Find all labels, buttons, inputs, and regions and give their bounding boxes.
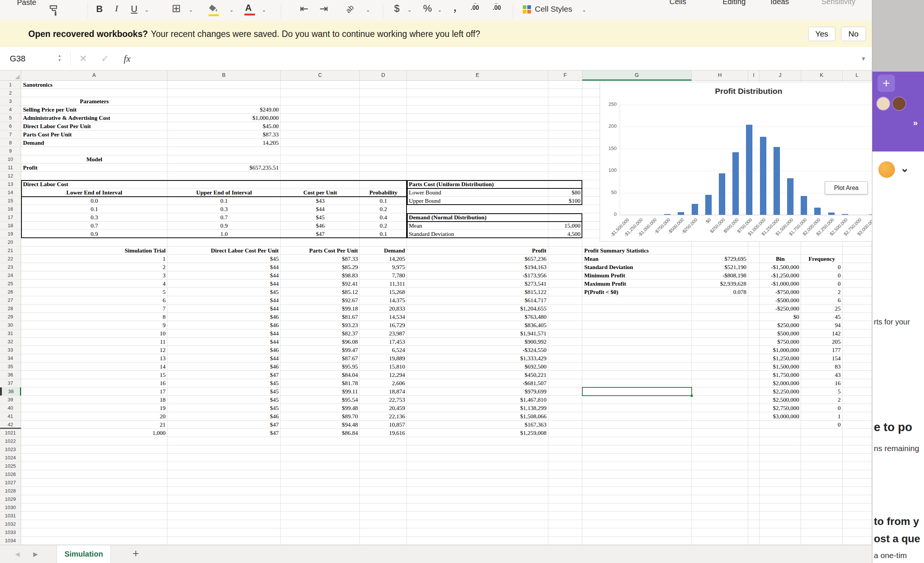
row-header-23[interactable]: 23 <box>0 263 21 271</box>
cell-G24[interactable]: Minimum Profit <box>582 271 692 280</box>
cell-C33[interactable]: $99.47 <box>281 346 360 354</box>
row-header-1022[interactable]: 1022 <box>0 437 21 445</box>
cell-K40[interactable]: 0 <box>801 404 843 412</box>
cell-J35[interactable]: $1,500,000 <box>760 363 801 371</box>
row-header-35[interactable]: 35 <box>0 363 21 371</box>
cell-C18[interactable]: $46 <box>281 222 360 230</box>
row-header-27[interactable]: 27 <box>0 296 21 304</box>
cell-A14[interactable]: Lower End of Interval <box>21 188 167 197</box>
cell-C24[interactable]: $98.83 <box>281 271 360 280</box>
row-header-1030[interactable]: 1030 <box>0 503 21 512</box>
fill-color-dropdown-caret[interactable]: ⌄ <box>229 7 234 13</box>
italic-button[interactable]: I <box>115 3 118 14</box>
row-header-16[interactable]: 16 <box>0 205 21 213</box>
cell-A36[interactable]: 15 <box>21 371 167 379</box>
cell-A27[interactable]: 6 <box>21 296 167 304</box>
cell-C29[interactable]: $81.67 <box>281 313 360 321</box>
cell-K25[interactable]: 0 <box>801 280 843 288</box>
row-header-42[interactable]: 42 <box>0 421 21 429</box>
formula-bar-dropdown-icon[interactable]: ▼ <box>861 47 866 70</box>
cell-A5[interactable]: Administrative & Advertising Cost <box>21 114 167 122</box>
cell-D17[interactable]: 0.4 <box>360 213 407 222</box>
cell-G21[interactable]: Profit Summary Statistics <box>582 246 692 255</box>
name-box-stepper[interactable]: ▲▼ <box>57 54 63 63</box>
cell-C23[interactable]: $85.29 <box>281 263 360 271</box>
cell-A32[interactable]: 11 <box>21 338 167 346</box>
cell-B16[interactable]: 0.3 <box>167 205 281 213</box>
cell-J28[interactable]: -$250,000 <box>760 304 801 313</box>
ribbon-group-sensitivity[interactable]: Sensitivity <box>821 0 855 6</box>
cell-J38[interactable]: $2,250,000 <box>760 387 801 396</box>
cell-A23[interactable]: 2 <box>21 263 167 271</box>
cell-E31[interactable]: $1,941,571 <box>407 329 548 338</box>
bold-button[interactable]: B <box>96 4 103 14</box>
cell-D34[interactable]: 19,889 <box>360 354 407 363</box>
select-all-corner[interactable] <box>0 70 21 81</box>
cell-D31[interactable]: 23,987 <box>360 329 407 338</box>
cell-C35[interactable]: $95.95 <box>281 363 360 371</box>
row-header-31[interactable]: 31 <box>0 329 21 338</box>
cell-J24[interactable]: -$1,250,000 <box>760 271 801 280</box>
row-header-32[interactable]: 32 <box>0 338 21 346</box>
comma-format-button[interactable]: , <box>453 0 457 14</box>
cell-E42[interactable]: $167,363 <box>407 421 548 429</box>
cell-E24[interactable]: -$173,956 <box>407 271 548 280</box>
cell-A18[interactable]: 0.7 <box>21 222 167 230</box>
column-header-B[interactable]: B <box>167 70 281 81</box>
cell-B8[interactable]: 14,205 <box>167 139 281 147</box>
cell-D15[interactable]: 0.1 <box>360 197 407 205</box>
cell-E23[interactable]: $194,163 <box>407 263 548 271</box>
cell-B22[interactable]: $45 <box>167 255 281 263</box>
font-color-icon[interactable]: A <box>245 3 252 13</box>
row-header-1[interactable]: 1 <box>0 81 21 89</box>
cell-D32[interactable]: 17,453 <box>360 338 407 346</box>
row-header-25[interactable]: 25 <box>0 280 21 288</box>
row-header-11[interactable]: 11 <box>0 164 21 172</box>
row-header-10[interactable]: 10 <box>0 155 21 164</box>
cell-A42[interactable]: 21 <box>21 421 167 429</box>
cell-C40[interactable]: $99.48 <box>281 404 360 412</box>
cell-A39[interactable]: 18 <box>21 396 167 404</box>
cell-D29[interactable]: 14,534 <box>360 313 407 321</box>
cell-K31[interactable]: 142 <box>801 329 843 338</box>
cell-K26[interactable]: 2 <box>801 288 843 296</box>
cell-B29[interactable]: $46 <box>167 313 281 321</box>
cell-C25[interactable]: $92.41 <box>281 280 360 288</box>
cell-D14[interactable]: Probability <box>360 188 407 197</box>
cell-E39[interactable]: $1,467,810 <box>407 396 548 404</box>
cell-J27[interactable]: -$500,000 <box>760 296 801 304</box>
row-header-12[interactable]: 12 <box>0 172 21 180</box>
cell-K24[interactable]: 0 <box>801 271 843 280</box>
cell-A6[interactable]: Direct Labor Cost Per Unit <box>21 122 167 130</box>
cell-K23[interactable]: 0 <box>801 263 843 271</box>
increase-decimal-button[interactable]: →.00 <box>471 1 479 11</box>
cell-B24[interactable]: $44 <box>167 271 281 280</box>
cell-C41[interactable]: $89.70 <box>281 412 360 421</box>
cell-C15[interactable]: $43 <box>281 197 360 205</box>
profit-distribution-chart[interactable]: Profit Distribution050100150200250-$1,50… <box>600 82 872 242</box>
cell-D21[interactable]: Demand <box>360 246 407 255</box>
cell-K29[interactable]: 45 <box>801 313 843 321</box>
cell-A25[interactable]: 4 <box>21 280 167 288</box>
cell-D25[interactable]: 11,311 <box>360 280 407 288</box>
cell-K32[interactable]: 205 <box>801 338 843 346</box>
cell-B27[interactable]: $44 <box>167 296 281 304</box>
row-header-41[interactable]: 41 <box>0 412 21 421</box>
cell-E15[interactable]: Upper Bound <box>407 197 548 205</box>
cell-C37[interactable]: $81.78 <box>281 379 360 387</box>
cell-B15[interactable]: 0.1 <box>167 197 281 205</box>
cell-D37[interactable]: 2,606 <box>360 379 407 387</box>
row-header-1025[interactable]: 1025 <box>0 462 21 470</box>
cell-J23[interactable]: -$1,500,000 <box>760 263 801 271</box>
column-header-G[interactable]: G <box>582 70 692 81</box>
cell-K39[interactable]: 2 <box>801 396 843 404</box>
prev-sheet-icon[interactable]: ◀ <box>15 545 20 563</box>
cell-B23[interactable]: $44 <box>167 263 281 271</box>
cell-A8[interactable]: Demand <box>21 139 167 147</box>
cell-J36[interactable]: $1,750,000 <box>760 371 801 379</box>
cell-E37[interactable]: -$681,507 <box>407 379 548 387</box>
add-sheet-button[interactable]: + <box>127 545 144 563</box>
cell-B5[interactable]: $1,000,000 <box>167 114 281 122</box>
text-orientation-icon[interactable]: ab <box>346 5 354 13</box>
row-header-3[interactable]: 3 <box>0 97 21 106</box>
